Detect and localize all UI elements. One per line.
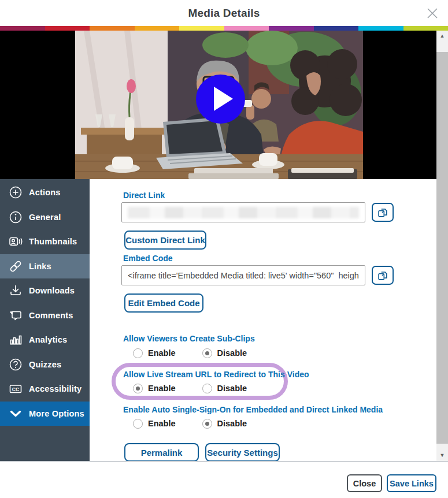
sidebar-item-thumbnails[interactable]: Thumbnails xyxy=(0,229,90,254)
stripe-segment xyxy=(314,26,359,31)
sidebar-item-label: Accessibility xyxy=(29,384,82,393)
scrollbar[interactable]: ▲ ▼ xyxy=(436,31,448,461)
disable-radio-label[interactable]: Disable xyxy=(217,419,247,428)
sidebar-item-label: Links xyxy=(29,262,51,271)
sidebar-item-label: Quizzes xyxy=(29,360,61,369)
disable-radio[interactable] xyxy=(202,419,212,429)
sidebar-item-analytics[interactable]: Analytics xyxy=(0,328,90,352)
close-icon[interactable] xyxy=(425,6,440,21)
sidebar-item-links[interactable]: Links xyxy=(0,254,90,279)
scroll-down-icon[interactable]: ▼ xyxy=(436,450,448,461)
enable-radio-label[interactable]: Enable xyxy=(148,419,176,428)
direct-link-input[interactable] xyxy=(121,202,365,222)
embed-code-value: <iframe title='Embedded Media titled: li… xyxy=(128,271,359,280)
sidebar: Actions General Thumbnails Links Downloa… xyxy=(0,179,90,461)
stripe-segment xyxy=(0,26,45,31)
sidebar-item-comments[interactable]: Comments xyxy=(0,303,90,328)
disable-radio-label[interactable]: Disable xyxy=(217,384,247,393)
link-icon xyxy=(5,259,27,274)
custom-direct-link-button[interactable]: Custom Direct Link xyxy=(124,231,206,250)
sub-clips-radio-group: Enable Disable xyxy=(133,347,247,359)
direct-link-label: Direct Link xyxy=(123,191,165,200)
links-panel: Direct Link Custom Direct Link Embed Cod… xyxy=(90,179,436,461)
disable-radio-label[interactable]: Disable xyxy=(217,348,247,358)
sidebar-item-accessibility[interactable]: CC Accessibility xyxy=(0,377,90,402)
sidebar-item-label: Comments xyxy=(29,311,73,320)
live-stream-redirect-label: Allow Live Stream URL to Redirect to Thi… xyxy=(123,370,309,379)
stripe-segment xyxy=(179,26,224,31)
sidebar-item-label: Downloads xyxy=(29,286,75,295)
stripe-segment xyxy=(135,26,180,31)
live-stream-radio-group: Enable Disable xyxy=(133,382,247,395)
close-button[interactable]: Close xyxy=(347,474,382,492)
permalink-button[interactable]: Permalink xyxy=(124,443,199,462)
sidebar-item-label: General xyxy=(29,213,61,222)
play-button[interactable] xyxy=(196,75,245,124)
comments-icon xyxy=(5,308,27,323)
stripe-segment xyxy=(358,26,403,31)
security-settings-button[interactable]: Security Settings xyxy=(205,443,280,462)
svg-text:CC: CC xyxy=(12,386,19,392)
enable-radio-label[interactable]: Enable xyxy=(148,348,176,358)
media-details-dialog: Media Details xyxy=(0,0,448,498)
scroll-up-icon[interactable]: ▲ xyxy=(436,31,448,42)
sidebar-item-quizzes[interactable]: Quizzes xyxy=(0,352,90,377)
play-icon xyxy=(214,87,233,111)
dialog-footer: Close Save Links xyxy=(0,461,448,498)
embed-code-label: Embed Code xyxy=(123,254,173,263)
copy-icon xyxy=(376,206,389,219)
disable-radio[interactable] xyxy=(202,384,212,393)
stripe-segment xyxy=(224,26,269,31)
auto-sso-label: Enable Auto Single-Sign-On for Embedded … xyxy=(123,405,383,414)
stripe-segment xyxy=(90,26,135,31)
bar-chart-icon xyxy=(5,332,27,347)
stripe-segment xyxy=(403,26,448,31)
sidebar-item-actions[interactable]: Actions xyxy=(0,180,90,205)
auto-sso-radio-group: Enable Disable xyxy=(133,417,247,430)
sidebar-item-downloads[interactable]: Downloads xyxy=(0,278,90,303)
copy-direct-link-button[interactable] xyxy=(372,203,394,222)
sidebar-item-label: More Options xyxy=(29,409,84,418)
enable-radio[interactable] xyxy=(133,419,143,429)
copy-embed-code-button[interactable] xyxy=(372,266,394,285)
disable-radio[interactable] xyxy=(202,348,212,358)
info-circle-icon xyxy=(5,210,27,225)
plus-circle-icon xyxy=(5,185,27,200)
sub-clips-label: Allow Viewers to Create Sub-Clips xyxy=(123,334,255,343)
closed-captions-icon: CC xyxy=(5,381,27,396)
redacted-url xyxy=(128,207,359,218)
brand-stripe xyxy=(0,26,448,31)
sidebar-item-label: Analytics xyxy=(29,335,67,344)
download-icon xyxy=(5,283,27,298)
save-links-button[interactable]: Save Links xyxy=(387,474,436,492)
copy-icon xyxy=(376,269,389,282)
enable-radio-label[interactable]: Enable xyxy=(148,384,176,393)
edit-embed-code-button[interactable]: Edit Embed Code xyxy=(124,293,203,313)
dialog-title: Media Details xyxy=(0,7,448,20)
sidebar-item-more-options[interactable]: More Options xyxy=(0,402,90,426)
thumbnails-icon xyxy=(5,234,27,249)
dialog-header: Media Details xyxy=(0,0,448,26)
sidebar-item-general[interactable]: General xyxy=(0,205,90,230)
stripe-segment xyxy=(45,26,90,31)
question-circle-icon xyxy=(5,357,27,372)
embed-code-input[interactable]: <iframe title='Embedded Media titled: li… xyxy=(121,265,365,285)
sidebar-item-label: Actions xyxy=(29,188,61,197)
enable-radio[interactable] xyxy=(133,348,143,358)
enable-radio[interactable] xyxy=(133,384,143,393)
video-player xyxy=(0,31,436,179)
chevron-down-icon xyxy=(5,406,27,421)
stripe-segment xyxy=(269,26,314,31)
scrollbar-thumb[interactable] xyxy=(436,52,448,444)
sidebar-item-label: Thumbnails xyxy=(29,237,77,246)
